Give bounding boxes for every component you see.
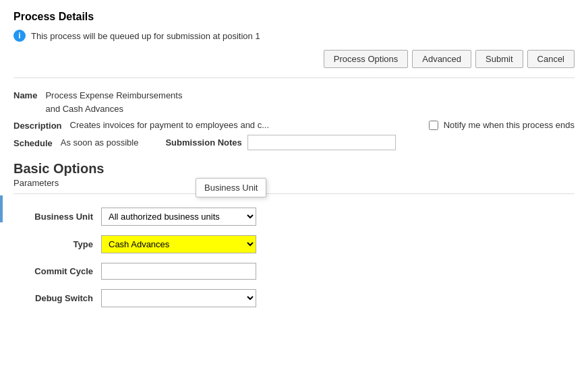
business-unit-tooltip: Business Unit	[196, 178, 266, 197]
info-icon: i	[13, 30, 26, 42]
basic-options-title: Basic Options	[13, 161, 575, 177]
divider	[13, 193, 575, 194]
schedule-row: Schedule As soon as possible Submission …	[13, 135, 575, 150]
notify-label: Notify me when this process ends	[444, 120, 575, 130]
business-unit-select[interactable]: All authorized business units	[101, 208, 256, 226]
form-fields: Business Unit Business Unit All authoriz…	[13, 208, 575, 307]
process-details-section: Name Process Expense Reimbursements and …	[13, 89, 575, 150]
type-select[interactable]: Cash Advances	[101, 235, 256, 253]
submit-button[interactable]: Submit	[475, 50, 523, 68]
left-bar-indicator	[0, 195, 3, 222]
name-value: Process Expense Reimbursements and Cash …	[45, 89, 182, 115]
name-value-line1: Process Expense Reimbursements	[45, 89, 182, 102]
commit-cycle-input[interactable]	[101, 263, 256, 280]
description-row: Description Creates invoices for payment…	[13, 119, 575, 131]
debug-switch-select[interactable]	[101, 289, 256, 307]
toolbar: Process Options Advanced Submit Cancel	[13, 50, 575, 78]
submission-notes-input[interactable]	[247, 135, 396, 150]
description-value: Creates invoices for payment to employee…	[70, 120, 402, 130]
type-label: Type	[20, 239, 101, 249]
commit-cycle-row: Commit Cycle	[20, 263, 575, 280]
notify-section: Notify me when this process ends	[429, 120, 575, 130]
business-unit-tooltip-container: Business Unit All authorized business un…	[101, 208, 256, 226]
name-row: Name Process Expense Reimbursements and …	[13, 89, 575, 115]
submission-notes-label: Submission Notes	[165, 137, 241, 148]
notify-checkbox[interactable]	[429, 121, 438, 130]
business-unit-row: Business Unit Business Unit All authoriz…	[20, 208, 575, 226]
advanced-button[interactable]: Advanced	[412, 50, 471, 68]
basic-options-section: Basic Options Parameters Business Unit B…	[13, 161, 575, 307]
commit-cycle-label: Commit Cycle	[20, 266, 101, 276]
name-value-line2: and Cash Advances	[45, 102, 182, 116]
business-unit-label: Business Unit	[20, 212, 101, 222]
info-message: This process will be queued up for submi…	[31, 31, 260, 41]
schedule-label: Schedule	[13, 137, 61, 148]
parameters-label: Parameters	[13, 178, 575, 188]
page-title: Process Details	[13, 11, 575, 23]
cancel-button[interactable]: Cancel	[527, 50, 575, 68]
type-row: Type Cash Advances	[20, 235, 575, 253]
debug-switch-label: Debug Switch	[20, 293, 101, 303]
schedule-value: As soon as possible	[61, 137, 139, 148]
description-label: Description	[13, 119, 70, 131]
info-bar: i This process will be queued up for sub…	[13, 30, 575, 42]
process-options-button[interactable]: Process Options	[324, 50, 408, 68]
debug-switch-row: Debug Switch	[20, 289, 575, 307]
name-label: Name	[13, 89, 45, 100]
